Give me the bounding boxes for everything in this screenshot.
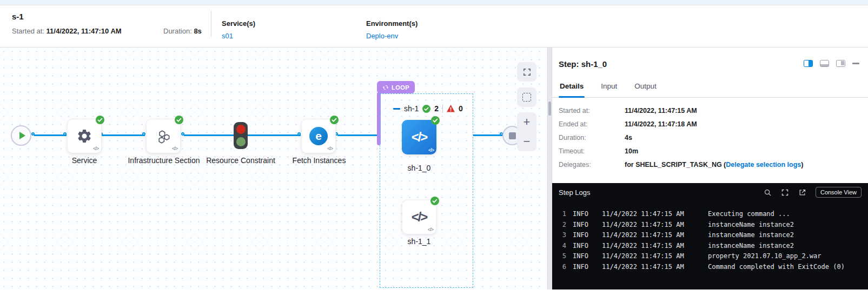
- duration: Duration: 8s: [163, 27, 202, 35]
- pipeline-canvas[interactable]: </> Service </> Infrastructure Section R…: [0, 48, 547, 289]
- tab-input[interactable]: Input: [600, 82, 618, 97]
- bottom-view-icon[interactable]: [820, 60, 829, 67]
- tab-output[interactable]: Output: [633, 82, 658, 97]
- open-logs-new-tab-button[interactable]: [798, 188, 806, 197]
- success-check-icon: [330, 116, 339, 124]
- zoom-controls: + −: [517, 112, 536, 151]
- started-at-label: Started at:: [12, 27, 44, 35]
- node-label-service: Service: [44, 156, 125, 165]
- step-logs-console[interactable]: 1INFO11/4/2022 11:47:15 AMExecuting comm…: [552, 201, 868, 289]
- tab-details[interactable]: Details: [559, 82, 585, 97]
- node-label-resource-constraint: Resource Constraint: [200, 156, 281, 165]
- loop-group-header: sh-1 2 0: [393, 104, 463, 113]
- step-tabs: Details Input Output: [552, 82, 868, 98]
- started-at: Started at: 11/4/2022, 11:47:10 AM: [12, 27, 122, 35]
- step-logs-title: Step Logs: [559, 188, 591, 197]
- right-view-icon[interactable]: [836, 60, 845, 67]
- node-label-sh-1-0: sh-1_0: [379, 163, 460, 173]
- edge: [248, 134, 301, 136]
- minimize-panel-icon[interactable]: [852, 63, 859, 64]
- node-sh-1-1[interactable]: </> </>: [402, 200, 436, 234]
- environments-label: Environment(s): [366, 19, 418, 28]
- split-view-icon[interactable]: [804, 60, 813, 67]
- started-at-value: 11/4/2022, 11:47:10 AM: [47, 27, 122, 35]
- conditional-execution-icon: </>: [327, 146, 333, 151]
- edge: [34, 134, 67, 136]
- services-block: Service(s) s01: [222, 19, 255, 40]
- marquee-icon: [522, 93, 531, 102]
- connector-dot: [142, 132, 145, 136]
- search-logs-button[interactable]: [764, 188, 772, 197]
- search-icon: [764, 188, 772, 197]
- node-infrastructure[interactable]: </>: [146, 119, 181, 153]
- edge: [473, 134, 502, 136]
- node-resource-constraint[interactable]: [234, 122, 248, 149]
- environments-block: Environment(s) Deplo-env: [366, 19, 418, 40]
- service-link[interactable]: s01: [222, 32, 233, 40]
- detail-row-delegates: Delegates: for SHELL_SCRIPT_TASK_NG (Del…: [559, 161, 860, 168]
- pipeline-name: s-1: [12, 12, 24, 21]
- conditional-execution-icon: </>: [428, 227, 433, 232]
- panel-resize-divider[interactable]: [547, 48, 552, 289]
- group-name: sh-1: [404, 104, 419, 113]
- shell-script-icon: </>: [412, 130, 427, 145]
- loop-badge-label: LOOP: [392, 84, 409, 91]
- delegates-prefix: for SHELL_SCRIPT_TASK_NG (: [625, 161, 726, 168]
- delegates-suffix: ): [801, 161, 803, 168]
- fullscreen-canvas-button[interactable]: [517, 62, 536, 82]
- play-icon: [19, 132, 25, 139]
- fail-count: 0: [459, 104, 463, 113]
- shell-script-icon: </>: [412, 210, 427, 225]
- success-check-icon: [96, 116, 104, 124]
- conditional-execution-icon: </>: [428, 147, 434, 153]
- selection-mode-button[interactable]: [517, 87, 536, 107]
- top-accent-strip: [0, 0, 868, 5]
- log-line: 2INFO11/4/2022 11:47:15 AMinstanceName i…: [559, 220, 864, 231]
- step-details-panel: Step: sh-1_0 Details Input Output Starte…: [552, 48, 868, 289]
- log-line: 1INFO11/4/2022 11:47:15 AMExecuting comm…: [559, 209, 864, 220]
- conditional-execution-icon: </>: [93, 146, 98, 151]
- delegate-selection-logs-link[interactable]: Delegate selection logs: [726, 161, 801, 168]
- external-link-icon: [798, 188, 806, 197]
- edge: [337, 134, 380, 136]
- count-divider: [442, 105, 443, 113]
- success-check-icon: [175, 116, 183, 124]
- header-divider: [211, 11, 211, 37]
- gear-icon: [76, 128, 92, 144]
- edge: [102, 134, 145, 136]
- environment-link[interactable]: Deplo-env: [366, 32, 398, 40]
- stop-icon: [509, 132, 516, 139]
- step-details-list: Started at: 11/4/2022, 11:47:15 AM Ended…: [552, 98, 868, 183]
- success-check-icon: [431, 116, 440, 125]
- expand-logs-button[interactable]: [781, 188, 789, 197]
- node-label-sh-1-1: sh-1_1: [379, 237, 460, 246]
- edge: [184, 134, 234, 136]
- loop-icon: [382, 84, 389, 91]
- collapse-group-button[interactable]: [393, 108, 400, 110]
- traffic-light-red: [236, 125, 246, 134]
- connector-dot: [181, 132, 184, 136]
- detail-row: Started at: 11/4/2022, 11:47:15 AM: [559, 107, 860, 114]
- fullscreen-icon: [522, 68, 532, 77]
- resize-handle[interactable]: [548, 102, 551, 116]
- step-logs-header: Step Logs Console View: [552, 183, 868, 201]
- services-label: Service(s): [222, 19, 255, 28]
- conditional-execution-icon: </>: [172, 146, 177, 151]
- node-label-infrastructure: Infrastructure Section: [123, 156, 204, 165]
- console-view-button[interactable]: Console View: [816, 187, 862, 198]
- infrastructure-icon: [155, 127, 172, 145]
- success-check-icon: [422, 105, 430, 113]
- node-sh-1-0[interactable]: </> </>: [402, 120, 436, 154]
- node-label-fetch-instances: Fetch Instances: [279, 156, 360, 165]
- panel-layout-controls: [804, 60, 859, 67]
- fullscreen-icon: [781, 188, 789, 197]
- zoom-in-button[interactable]: +: [517, 112, 536, 132]
- loop-badge[interactable]: LOOP: [377, 81, 415, 93]
- log-line: 5INFO11/4/2022 11:47:15 AMproperty 2021.…: [559, 251, 864, 262]
- log-line: 6INFO11/4/2022 11:47:15 AMCommand comple…: [559, 262, 864, 273]
- connector-dot: [63, 132, 67, 136]
- start-node[interactable]: [11, 125, 31, 146]
- zoom-out-button[interactable]: −: [517, 132, 536, 151]
- node-service[interactable]: </>: [67, 119, 102, 153]
- node-fetch-instances[interactable]: e </>: [301, 119, 336, 153]
